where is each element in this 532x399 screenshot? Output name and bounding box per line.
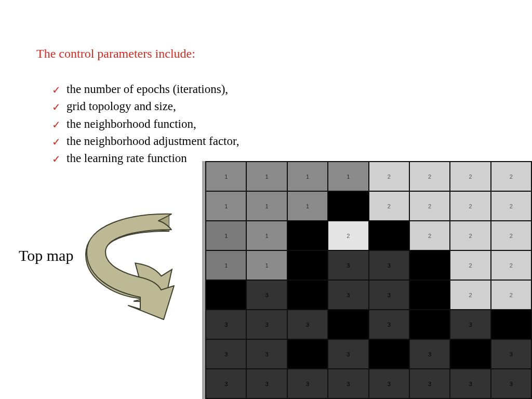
grid-cell: 2 <box>369 162 409 191</box>
grid-cell: 1 <box>206 221 246 250</box>
grid-cell: 2 <box>491 192 531 220</box>
grid-cell <box>288 281 327 309</box>
curved-arrow-icon-overlay <box>81 208 200 324</box>
grid-cell: 3 <box>450 369 490 398</box>
grid-cell: 3 <box>247 340 286 368</box>
check-icon: ✓ <box>52 135 61 150</box>
grid-cell: 1 <box>247 221 286 250</box>
grid-cell: 3 <box>369 251 409 280</box>
grid-cell <box>410 281 449 309</box>
grid-cell: 1 <box>247 162 286 191</box>
grid-cell: 2 <box>450 162 490 191</box>
grid-cell: 2 <box>491 281 531 309</box>
grid-cell: 1 <box>288 162 327 191</box>
bullet-row: ✓ the neighborhood adjustment factor, <box>52 132 240 150</box>
grid-cell: 3 <box>328 281 368 309</box>
bullet-text: the neighborhood function, <box>66 115 196 132</box>
topmap-label: Top map <box>19 247 73 264</box>
bullet-text: the neighborhood adjustment factor, <box>66 132 240 150</box>
grid-cell: 3 <box>247 281 286 309</box>
grid-cell: 1 <box>247 251 286 280</box>
grid-cell: 1 <box>288 192 327 220</box>
grid-cell: 3 <box>206 369 246 398</box>
grid-cell: 3 <box>491 340 531 368</box>
bullet-row: ✓ the neighborhood function, <box>52 115 240 132</box>
bullet-text: the learning rate function <box>66 150 187 167</box>
grid-cell: 3 <box>491 369 531 398</box>
grid-cell: 3 <box>328 251 368 280</box>
grid-cell: 1 <box>206 192 246 220</box>
check-icon: ✓ <box>52 152 61 167</box>
bullet-row: ✓ the number of epochs (iterations), <box>52 81 240 98</box>
grid-cell: 3 <box>328 340 368 368</box>
grid-cell: 2 <box>369 192 409 220</box>
grid-cell <box>410 310 449 339</box>
grid-cell <box>288 340 327 368</box>
grid-cell: 3 <box>450 310 490 339</box>
grid-cell: 3 <box>247 310 286 339</box>
grid-cell <box>206 281 246 309</box>
grid-cell: 2 <box>450 251 490 280</box>
bullet-text: the number of epochs (iterations), <box>66 81 228 98</box>
grid-cell: 3 <box>206 310 246 339</box>
grid-cell: 2 <box>450 221 490 250</box>
som-grid: 1111222211122221122221133223332233333333… <box>202 161 532 399</box>
grid-cell: 2 <box>328 221 368 250</box>
grid-cell <box>328 192 368 220</box>
grid-cell <box>410 251 449 280</box>
grid-cell: 2 <box>450 281 490 309</box>
grid-cell <box>328 310 368 339</box>
grid-cell <box>450 340 490 368</box>
grid-cell: 3 <box>206 340 246 368</box>
grid-cell: 1 <box>206 251 246 280</box>
heading: The control parameters include: <box>36 47 195 61</box>
grid-cell: 3 <box>288 369 327 398</box>
check-icon: ✓ <box>52 100 61 115</box>
grid-cell <box>288 251 327 280</box>
grid-cell: 2 <box>491 251 531 280</box>
bullet-row: ✓ grid topology and size, <box>52 98 240 115</box>
check-icon: ✓ <box>52 83 61 98</box>
grid-cell <box>369 221 409 250</box>
grid-cell <box>369 340 409 368</box>
bullet-list: ✓ the number of epochs (iterations), ✓ g… <box>52 81 240 167</box>
grid-cell: 3 <box>369 369 409 398</box>
grid-cell: 2 <box>491 162 531 191</box>
grid-cell: 3 <box>288 310 327 339</box>
grid-cell: 3 <box>328 369 368 398</box>
check-icon: ✓ <box>52 117 61 132</box>
grid-cell: 3 <box>369 310 409 339</box>
grid-cell: 1 <box>247 192 286 220</box>
grid-cell <box>288 221 327 250</box>
bullet-text: grid topology and size, <box>66 98 176 115</box>
grid-cell: 3 <box>410 369 449 398</box>
grid-cell: 1 <box>206 162 246 191</box>
grid-cell <box>491 310 531 339</box>
grid-cell: 2 <box>410 221 449 250</box>
grid-cell: 2 <box>410 162 449 191</box>
grid-cell: 2 <box>491 221 531 250</box>
grid-cell: 3 <box>410 340 449 368</box>
grid-cell: 2 <box>450 192 490 220</box>
grid-cell: 1 <box>328 162 368 191</box>
grid-cell: 2 <box>410 192 449 220</box>
grid-cell: 3 <box>247 369 286 398</box>
grid-cell: 3 <box>369 281 409 309</box>
